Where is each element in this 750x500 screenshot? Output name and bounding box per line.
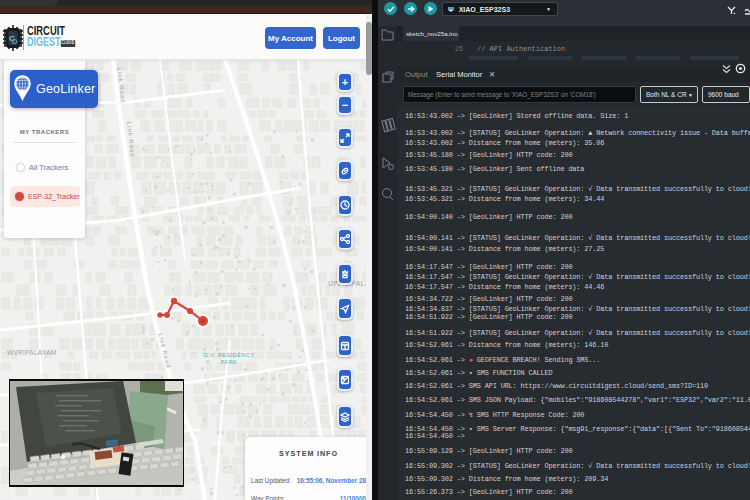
svg-text:D: D [12,37,18,46]
